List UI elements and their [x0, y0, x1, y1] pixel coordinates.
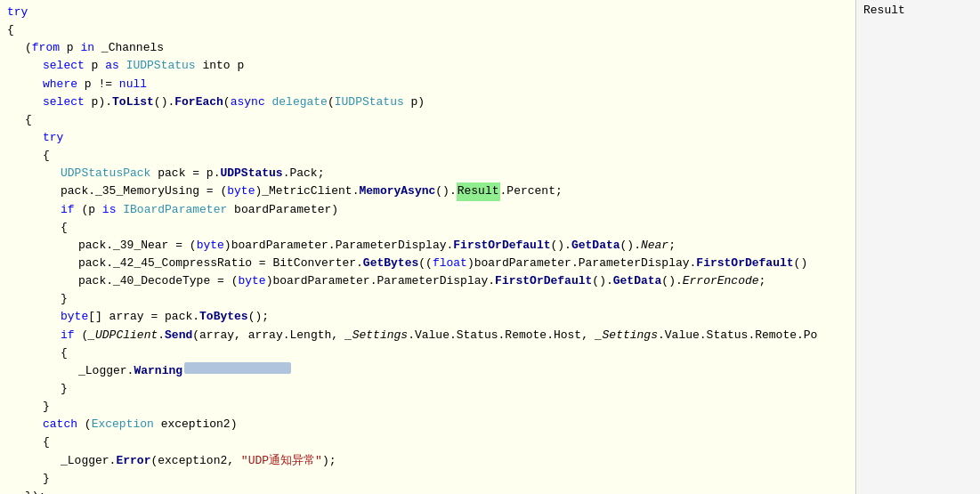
code-line: } [0, 398, 855, 416]
keyword: try [7, 4, 28, 21]
type-exception: Exception [92, 416, 154, 433]
result-panel: Result [855, 0, 980, 494]
method-warning: Warning [134, 362, 182, 380]
method-firstordefault2: FirstOrDefault [696, 255, 793, 272]
code-line: { [0, 344, 855, 362]
method-tolist: ToList [112, 93, 154, 111]
code-line: (from p in _Channels [0, 39, 855, 57]
keyword-from: from [32, 39, 60, 57]
code-line: try [0, 129, 855, 147]
keyword-in: in [80, 39, 94, 57]
method-getbytes: GetBytes [363, 255, 418, 272]
code-line: { [0, 21, 855, 39]
keyword-select: select [43, 57, 85, 75]
keyword-byte4: byte [61, 308, 88, 326]
keyword-catch: catch [43, 416, 77, 433]
method-getdata1: GetData [571, 237, 620, 255]
keyword-if: if [61, 201, 75, 219]
code-line: { [0, 433, 855, 451]
result-label: Result [863, 4, 905, 17]
keyword-float: float [433, 255, 467, 272]
keyword-if2: if [61, 327, 75, 344]
method-send: Send [165, 327, 192, 344]
code-line: pack._40_DecodeType = (byte)boardParamet… [0, 272, 855, 290]
code-line: select p).ToList().ForEach(async delegat… [0, 93, 855, 111]
code-line: byte[] array = pack.ToBytes(); [0, 308, 855, 326]
keyword-byte: byte [227, 182, 255, 200]
field-udpstatus: UDPStatus [220, 165, 282, 182]
code-line: pack._42_45_CompressRatio = BitConverter… [0, 255, 855, 272]
type-udpstatuspack: UDPStatusPack [61, 165, 150, 182]
method-error: Error [116, 452, 150, 470]
method-getdata2: GetData [613, 272, 662, 290]
method-firstordefault3: FirstOrDefault [495, 272, 592, 290]
keyword-as: as [105, 57, 119, 75]
code-line: catch (Exception exception2) [0, 416, 855, 433]
keyword-delegate: delegate [272, 93, 328, 111]
code-line: if (p is IBoardParameter boardParameter) [0, 201, 855, 219]
code-line: } [0, 380, 855, 398]
code-line: UDPStatusPack pack = p.UDPStatus.Pack; [0, 165, 855, 182]
keyword-async: async [231, 93, 265, 111]
code-line: pack._39_Near = (byte)boardParameter.Par… [0, 237, 855, 255]
code-line: select p as IUDPStatus into p [0, 57, 855, 75]
code-line: try [0, 4, 855, 21]
code-line: }); [0, 488, 855, 494]
code-line: { [0, 219, 855, 237]
method-firstordefault1: FirstOrDefault [453, 237, 550, 255]
code-line: { [0, 111, 855, 129]
blurred-content [184, 362, 291, 374]
result-highlight: Result [457, 182, 500, 200]
code-line: } [0, 290, 855, 308]
type-iudpstatus2: IUDPStatus [335, 93, 404, 111]
code-line: { [0, 147, 855, 165]
code-area: try { (from p in _Channels select p as I… [0, 0, 855, 494]
keyword-null: null [119, 76, 147, 93]
keyword-byte2: byte [197, 237, 224, 255]
keyword-try2: try [43, 129, 63, 147]
method-foreach: ForEach [174, 93, 223, 111]
type-iudpstatus: IUDPStatus [126, 57, 196, 75]
keyword-is: is [102, 201, 117, 219]
string-udp-error: "UDP通知异常" [241, 452, 322, 470]
method-memoryasync: MemoryAsync [359, 182, 435, 200]
keyword-select2: select [43, 93, 85, 111]
code-line: where p != null [0, 76, 855, 93]
code-line: _Logger.Warning [0, 362, 855, 380]
code-line: _Logger.Error(exception2, "UDP通知异常"); [0, 452, 855, 470]
editor-container: try { (from p in _Channels select p as I… [0, 0, 980, 494]
keyword-byte3: byte [238, 272, 265, 290]
type-iboardparameter: IBoardParameter [123, 201, 227, 219]
method-tobytes: ToBytes [199, 308, 248, 326]
code-line: } [0, 470, 855, 488]
keyword-where: where [43, 76, 77, 93]
code-line: if (_UDPClient.Send(array, array.Length,… [0, 327, 855, 344]
code-line: pack._35_MemoryUsing = (byte)_MetricClie… [0, 182, 855, 200]
